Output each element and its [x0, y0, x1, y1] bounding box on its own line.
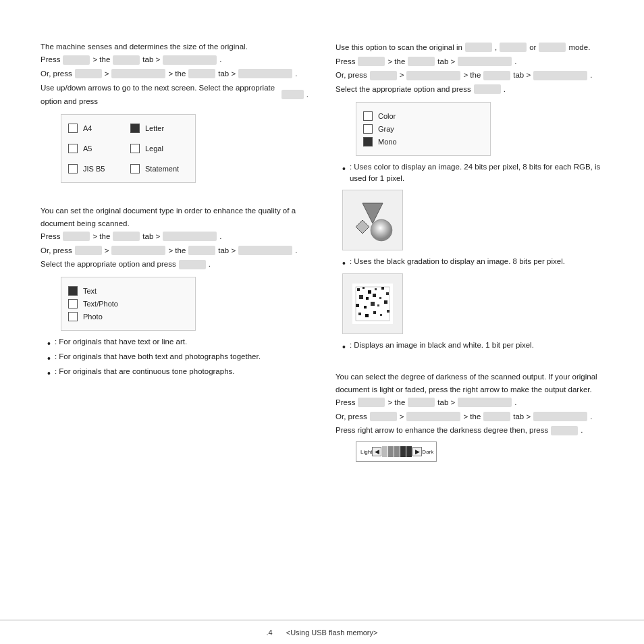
- item-placeholder-1: [163, 55, 217, 65]
- color-placeholder-3: [539, 43, 566, 52]
- darkness-slider[interactable]: ◀ ▶: [372, 446, 422, 457]
- svg-rect-10: [359, 295, 363, 299]
- option-photo: Photo: [68, 312, 188, 321]
- tab-placeholder-s2: [113, 232, 140, 241]
- btn-placeholder-s2: [63, 232, 90, 241]
- menu-placeholder-s2: [75, 246, 102, 255]
- size-detection-line1: The machine senses and determines the si…: [41, 41, 308, 53]
- option-text: Text: [68, 286, 188, 296]
- svg-rect-18: [377, 304, 379, 306]
- sub-placeholder-s2: [111, 246, 165, 255]
- checkbox-mono[interactable]: [363, 137, 373, 146]
- svg-marker-1: [356, 220, 369, 234]
- bullet-dot-gray: •: [342, 259, 346, 268]
- checkbox-photo[interactable]: [68, 312, 78, 321]
- press-label-s2: Press: [41, 230, 60, 244]
- darkness-left-arrow[interactable]: ◀: [372, 447, 381, 456]
- page-number: .4: [267, 628, 273, 637]
- svg-rect-15: [356, 304, 359, 307]
- option-mono: Mono: [363, 137, 483, 146]
- geo-svg: [349, 196, 396, 244]
- left-column: The machine senses and determines the si…: [41, 41, 308, 581]
- instruction-right-s1: Select the appropriate option and press …: [336, 82, 603, 97]
- bullet-text-1: : For originals that have text or line a…: [55, 336, 187, 348]
- option-jisb5-label: JIS B5: [83, 165, 105, 173]
- tab-d-2: [483, 412, 510, 421]
- tab-r2-s1: [483, 71, 510, 80]
- svg-rect-14: [386, 292, 389, 295]
- svg-rect-13: [379, 297, 381, 299]
- item-placeholder-s2: [163, 232, 217, 241]
- darkness-right-arrow[interactable]: ▶: [412, 447, 422, 456]
- checkbox-statement[interactable]: [130, 164, 140, 173]
- mono-image-panel: [342, 273, 403, 334]
- instruction-s2: Select the appropriate option and press …: [41, 257, 308, 271]
- menu-r2-s1: [370, 71, 397, 80]
- section-doc-type: You can set the original document type i…: [41, 205, 308, 381]
- bullet-text-mono: : Displays an image in black and white. …: [350, 340, 534, 351]
- svg-rect-21: [365, 314, 369, 317]
- page-footer: .4 <Using USB flash memory>: [0, 620, 644, 644]
- tab-placeholder-1: [113, 55, 140, 65]
- option-a4-label: A4: [83, 124, 92, 132]
- bullet-text-color: : Uses color to display an image. 24 bit…: [350, 161, 603, 185]
- checkbox-textphoto[interactable]: [68, 299, 78, 308]
- option-a4: A4: [68, 124, 126, 133]
- checkbox-a4[interactable]: [68, 124, 78, 133]
- sub-r2-s1: [406, 71, 460, 80]
- doc-type-panel: Text Text/Photo Photo: [61, 277, 196, 331]
- bar-seg-3: [394, 446, 400, 457]
- svg-rect-12: [373, 294, 376, 297]
- option-legal: Legal: [130, 144, 188, 153]
- enter-placeholder-s2: [179, 260, 206, 269]
- item-d-1: [458, 398, 512, 407]
- bar-seg-2: [388, 446, 394, 457]
- doc-type-line1: You can set the original document type i…: [41, 205, 308, 230]
- press-row2-darkness: Or, press > > the tab > .: [336, 410, 603, 424]
- svg-rect-24: [387, 310, 390, 313]
- instruction-line-s1: Use up/down arrows to go to the next scr…: [41, 81, 308, 109]
- bullet-dot-2: •: [47, 354, 51, 363]
- press-row2-left-s1: Or, press > > the tab > .: [41, 67, 308, 81]
- bullet-dot-1: •: [47, 339, 51, 348]
- option-jisb5: JIS B5: [68, 164, 126, 173]
- bullet-text-gray: : Uses the black gradation to display an…: [350, 256, 565, 267]
- bullet-text-2: : For originals that have both text and …: [55, 351, 261, 363]
- svg-point-2: [371, 219, 392, 241]
- checkbox-jisb5[interactable]: [68, 164, 78, 173]
- mono-svg: [349, 280, 396, 327]
- press-label: Press: [41, 53, 60, 67]
- option-color-label: Color: [378, 112, 396, 120]
- press-row2-left-s2: Or, press > > the tab > .: [41, 244, 308, 258]
- checkbox-color[interactable]: [363, 111, 373, 121]
- enter-r-s1: [474, 84, 501, 94]
- option-letter: Letter: [130, 124, 188, 133]
- bullet-textphoto: • : For originals that have both text an…: [47, 351, 308, 363]
- option-mono-label: Mono: [378, 138, 397, 146]
- footer-inner: .4 <Using USB flash memory>: [267, 628, 378, 637]
- svg-rect-17: [371, 302, 375, 306]
- checkbox-text[interactable]: [68, 286, 78, 296]
- option-legal-label: Legal: [145, 144, 163, 153]
- press-row1-right-s1: Press > the tab > .: [336, 55, 603, 69]
- menu-placeholder-1: [75, 69, 102, 78]
- svg-rect-5: [357, 288, 360, 291]
- button-placeholder-1: [63, 55, 90, 65]
- darkness-light-label: Light: [360, 449, 372, 455]
- svg-rect-7: [368, 290, 371, 294]
- checkbox-legal[interactable]: [130, 144, 140, 153]
- section-label: <Using USB flash memory>: [286, 628, 378, 637]
- bullet-photo: • : For originals that are continuous to…: [47, 366, 308, 378]
- color-placeholder-1: [465, 43, 492, 52]
- option-gray: Gray: [363, 124, 483, 134]
- checkbox-gray[interactable]: [363, 124, 373, 134]
- checkbox-letter[interactable]: [130, 124, 140, 133]
- doc-type-bullets: • : For originals that have text or line…: [47, 336, 308, 378]
- checkbox-a5[interactable]: [68, 144, 78, 153]
- right-column: Use this option to scan the original in …: [336, 41, 603, 581]
- color-mode-line1: Use this option to scan the original in …: [336, 41, 603, 55]
- menu-d-2: [370, 412, 397, 421]
- section-color-mode: Use this option to scan the original in …: [336, 41, 603, 354]
- bullet-dot-color: •: [342, 164, 346, 173]
- option-textphoto: Text/Photo: [68, 299, 188, 308]
